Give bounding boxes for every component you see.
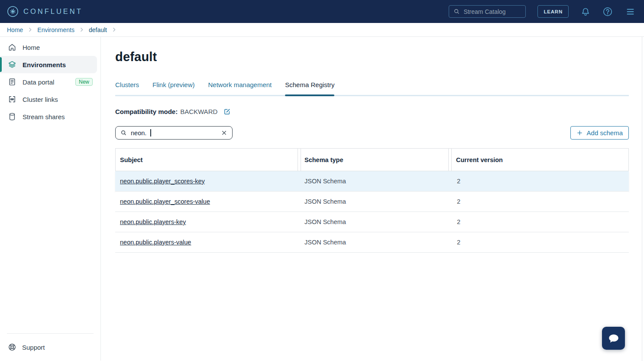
hamburger-menu-icon[interactable] <box>625 7 636 17</box>
schema-table: Subject Schema type Current version neon… <box>115 148 629 253</box>
sidebar-item-label: Cluster links <box>23 96 58 103</box>
schema-type-cell: JSON Schema <box>301 218 452 225</box>
subject-link[interactable]: neon.public.player_scores-key <box>120 178 205 185</box>
table-row[interactable]: neon.public.player_scores-key JSON Schem… <box>115 171 629 192</box>
brand-name: CONFLUENT <box>23 7 83 16</box>
schema-search-value: neon. <box>131 130 146 137</box>
sidebar-item-cluster-links[interactable]: Cluster links <box>0 91 97 108</box>
column-header-schema-type[interactable]: Schema type <box>301 149 449 171</box>
confluent-logo[interactable]: CONFLUENT <box>7 6 83 17</box>
search-icon <box>453 8 460 15</box>
sidebar-item-label: Data portal <box>23 78 54 86</box>
main-content: default Clusters Flink (preview) Network… <box>101 37 644 361</box>
tab-flink-preview[interactable]: Flink (preview) <box>152 81 195 95</box>
subject-link[interactable]: neon.public.players-key <box>120 218 186 225</box>
current-version-cell: 2 <box>452 218 629 225</box>
confluent-spark-icon <box>7 6 19 17</box>
table-row[interactable]: neon.public.players-value JSON Schema 2 <box>115 232 629 253</box>
compatibility-value: BACKWARD <box>180 108 217 115</box>
lifebuoy-icon <box>8 343 16 351</box>
schema-type-cell: JSON Schema <box>301 239 452 246</box>
tab-clusters[interactable]: Clusters <box>115 81 139 95</box>
tab-schema-registry[interactable]: Schema Registry <box>285 81 334 95</box>
sidebar-item-data-portal[interactable]: Data portal New <box>0 73 97 91</box>
database-icon <box>8 112 16 121</box>
chevron-right-icon <box>27 27 33 33</box>
stream-catalog-search[interactable] <box>449 5 526 18</box>
breadcrumb-environments[interactable]: Environments <box>37 26 74 33</box>
chat-bubble-icon <box>607 332 620 345</box>
sidebar: Home Environments Data portal New <box>0 37 101 361</box>
table-header: Subject Schema type Current version <box>115 148 629 171</box>
sidebar-bottom: Support <box>0 333 100 361</box>
plus-icon <box>576 130 583 136</box>
compatibility-mode-row: Compatibility mode: BACKWARD <box>115 108 629 115</box>
sidebar-item-stream-shares[interactable]: Stream shares <box>0 108 97 125</box>
schema-toolbar: neon. Add schema <box>115 126 629 140</box>
scrollbar-track[interactable] <box>642 37 642 361</box>
clear-search-icon[interactable] <box>221 130 227 136</box>
tab-network-management[interactable]: Network management <box>208 81 272 95</box>
current-version-cell: 2 <box>452 239 629 246</box>
schema-search-input[interactable]: neon. <box>115 126 233 140</box>
subject-link[interactable]: neon.public.players-value <box>120 239 191 246</box>
tab-bar: Clusters Flink (preview) Network managem… <box>115 81 629 96</box>
column-header-current-version[interactable]: Current version <box>451 149 629 171</box>
add-schema-button[interactable]: Add schema <box>570 126 629 140</box>
sidebar-item-label: Environments <box>23 61 66 68</box>
add-schema-label: Add schema <box>587 129 623 137</box>
sidebar-item-label: Stream shares <box>23 113 65 120</box>
current-version-cell: 2 <box>452 178 629 185</box>
stream-catalog-input[interactable] <box>463 8 521 15</box>
sidebar-item-label: Home <box>23 44 40 51</box>
table-row[interactable]: neon.public.player_scores-value JSON Sch… <box>115 192 629 212</box>
notifications-bell-icon[interactable] <box>580 7 591 17</box>
breadcrumb-home[interactable]: Home <box>7 26 23 33</box>
topbar-actions: LEARN <box>449 5 636 18</box>
page-title: default <box>115 50 629 64</box>
top-navbar: CONFLUENT LEARN <box>0 0 644 23</box>
brackets-icon <box>8 95 16 104</box>
compatibility-label: Compatibility mode: <box>115 108 178 115</box>
breadcrumb-default[interactable]: default <box>89 26 107 33</box>
search-icon <box>120 130 127 136</box>
schema-type-cell: JSON Schema <box>301 198 452 205</box>
current-version-cell: 2 <box>452 198 629 205</box>
column-header-subject[interactable]: Subject <box>115 149 298 171</box>
home-icon <box>8 43 16 52</box>
new-badge: New <box>75 78 93 86</box>
document-icon <box>8 78 16 86</box>
chevron-right-icon <box>111 27 117 33</box>
breadcrumb: Home Environments default <box>0 23 644 37</box>
help-icon[interactable] <box>602 7 613 17</box>
sidebar-item-environments[interactable]: Environments <box>0 56 97 73</box>
learn-button[interactable]: LEARN <box>537 5 569 18</box>
chat-widget-button[interactable] <box>602 327 625 350</box>
subject-link[interactable]: neon.public.player_scores-value <box>120 198 210 205</box>
text-caret <box>150 129 151 137</box>
support-label: Support <box>22 344 45 351</box>
content-layout: Home Environments Data portal New <box>0 37 644 361</box>
sidebar-item-home[interactable]: Home <box>0 39 97 56</box>
layers-icon <box>8 60 16 69</box>
edit-pencil-icon[interactable] <box>223 108 231 115</box>
schema-type-cell: JSON Schema <box>301 178 452 185</box>
sidebar-item-support[interactable]: Support <box>0 334 100 361</box>
chevron-right-icon <box>79 27 84 33</box>
table-row[interactable]: neon.public.players-key JSON Schema 2 <box>115 212 629 232</box>
confluent-app: CONFLUENT LEARN H <box>0 0 644 361</box>
